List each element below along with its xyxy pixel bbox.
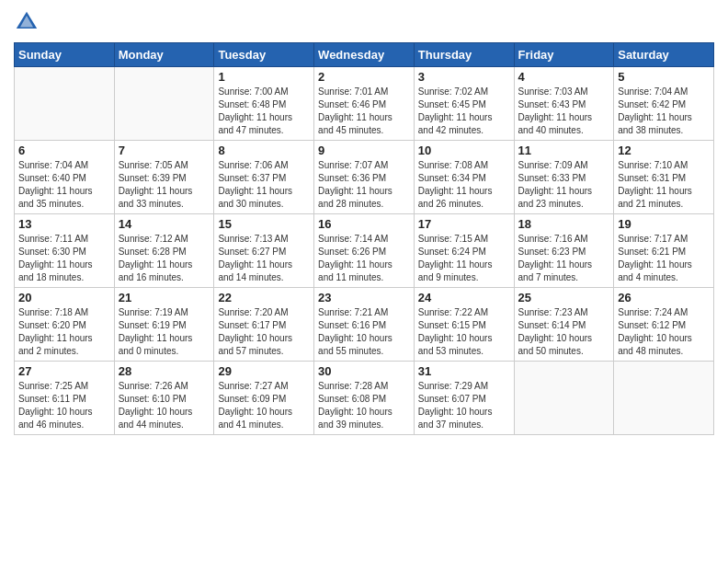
calendar-day-header: Thursday: [414, 43, 514, 67]
day-number: 31: [418, 364, 510, 378]
day-number: 12: [618, 144, 710, 157]
day-info: Sunrise: 7:21 AMSunset: 6:16 PMDaylight:…: [318, 307, 392, 356]
day-info: Sunrise: 7:13 AMSunset: 6:27 PMDaylight:…: [218, 234, 292, 282]
day-number: 16: [318, 217, 410, 231]
calendar-day-cell: 30 Sunrise: 7:28 AMSunset: 6:08 PMDaylig…: [314, 362, 415, 435]
day-info: Sunrise: 7:20 AMSunset: 6:17 PMDaylight:…: [218, 307, 292, 356]
day-info: Sunrise: 7:23 AMSunset: 6:14 PMDaylight:…: [518, 307, 593, 356]
calendar-day-cell: 9 Sunrise: 7:07 AMSunset: 6:36 PMDayligh…: [314, 141, 415, 214]
calendar-week-row: 20 Sunrise: 7:18 AMSunset: 6:20 PMDaylig…: [15, 288, 714, 362]
day-info: Sunrise: 7:28 AMSunset: 6:08 PMDaylight:…: [318, 381, 392, 430]
day-info: Sunrise: 7:17 AMSunset: 6:21 PMDaylight:…: [618, 234, 692, 282]
day-number: 19: [618, 217, 710, 231]
day-number: 8: [218, 144, 310, 157]
calendar-week-row: 13 Sunrise: 7:11 AMSunset: 6:30 PMDaylig…: [15, 214, 714, 288]
calendar-day-cell: [614, 362, 714, 435]
calendar-day-cell: 17 Sunrise: 7:15 AMSunset: 6:24 PMDaylig…: [414, 214, 514, 288]
calendar-day-header: Monday: [114, 43, 214, 67]
calendar-day-cell: 18 Sunrise: 7:16 AMSunset: 6:23 PMDaylig…: [514, 214, 614, 288]
calendar-day-cell: 28 Sunrise: 7:26 AMSunset: 6:10 PMDaylig…: [114, 362, 214, 435]
day-info: Sunrise: 7:09 AMSunset: 6:33 PMDaylight:…: [518, 160, 593, 209]
day-info: Sunrise: 7:02 AMSunset: 6:45 PMDaylight:…: [418, 86, 493, 135]
day-number: 1: [218, 70, 310, 84]
day-number: 11: [518, 144, 610, 157]
calendar-day-header: Tuesday: [214, 43, 314, 67]
day-number: 17: [418, 217, 510, 231]
day-number: 7: [119, 144, 210, 157]
day-number: 10: [418, 144, 510, 157]
day-number: 9: [318, 144, 410, 157]
day-number: 28: [119, 364, 210, 378]
day-info: Sunrise: 7:08 AMSunset: 6:34 PMDaylight:…: [418, 160, 493, 209]
calendar-day-cell: 26 Sunrise: 7:24 AMSunset: 6:12 PMDaylig…: [614, 288, 714, 362]
day-number: 3: [418, 70, 510, 84]
logo: [14, 9, 43, 35]
day-number: 18: [518, 217, 610, 231]
day-number: 13: [18, 217, 110, 231]
day-info: Sunrise: 7:00 AMSunset: 6:48 PMDaylight:…: [218, 86, 292, 135]
day-info: Sunrise: 7:06 AMSunset: 6:37 PMDaylight:…: [218, 160, 292, 209]
calendar-week-row: 1 Sunrise: 7:00 AMSunset: 6:48 PMDayligh…: [15, 67, 714, 141]
day-number: 24: [418, 291, 510, 304]
header: [14, 9, 714, 35]
day-info: Sunrise: 7:05 AMSunset: 6:39 PMDaylight:…: [119, 160, 193, 209]
calendar-day-cell: [514, 362, 614, 435]
calendar-day-cell: 15 Sunrise: 7:13 AMSunset: 6:27 PMDaylig…: [214, 214, 314, 288]
day-number: 6: [18, 144, 110, 157]
day-info: Sunrise: 7:03 AMSunset: 6:43 PMDaylight:…: [518, 86, 593, 135]
calendar-table: SundayMondayTuesdayWednesdayThursdayFrid…: [14, 42, 714, 435]
calendar-week-row: 27 Sunrise: 7:25 AMSunset: 6:11 PMDaylig…: [15, 362, 714, 435]
day-info: Sunrise: 7:29 AMSunset: 6:07 PMDaylight:…: [418, 381, 493, 430]
day-info: Sunrise: 7:10 AMSunset: 6:31 PMDaylight:…: [618, 160, 692, 209]
calendar-day-cell: 7 Sunrise: 7:05 AMSunset: 6:39 PMDayligh…: [114, 141, 214, 214]
day-info: Sunrise: 7:25 AMSunset: 6:11 PMDaylight:…: [18, 381, 93, 430]
calendar-day-cell: 16 Sunrise: 7:14 AMSunset: 6:26 PMDaylig…: [314, 214, 415, 288]
day-number: 29: [218, 364, 310, 378]
day-info: Sunrise: 7:04 AMSunset: 6:40 PMDaylight:…: [18, 160, 93, 209]
calendar-day-cell: 31 Sunrise: 7:29 AMSunset: 6:07 PMDaylig…: [414, 362, 514, 435]
calendar-day-cell: 14 Sunrise: 7:12 AMSunset: 6:28 PMDaylig…: [114, 214, 214, 288]
calendar-day-cell: [114, 67, 214, 141]
day-info: Sunrise: 7:04 AMSunset: 6:42 PMDaylight:…: [618, 86, 692, 135]
calendar-header-row: SundayMondayTuesdayWednesdayThursdayFrid…: [15, 43, 714, 67]
day-number: 5: [618, 70, 710, 84]
day-info: Sunrise: 7:07 AMSunset: 6:36 PMDaylight:…: [318, 160, 392, 209]
day-info: Sunrise: 7:01 AMSunset: 6:46 PMDaylight:…: [318, 86, 392, 135]
calendar-day-cell: 22 Sunrise: 7:20 AMSunset: 6:17 PMDaylig…: [214, 288, 314, 362]
calendar-day-cell: 25 Sunrise: 7:23 AMSunset: 6:14 PMDaylig…: [514, 288, 614, 362]
calendar-day-cell: 24 Sunrise: 7:22 AMSunset: 6:15 PMDaylig…: [414, 288, 514, 362]
calendar-day-cell: 27 Sunrise: 7:25 AMSunset: 6:11 PMDaylig…: [15, 362, 115, 435]
calendar-day-cell: 4 Sunrise: 7:03 AMSunset: 6:43 PMDayligh…: [514, 67, 614, 141]
day-info: Sunrise: 7:16 AMSunset: 6:23 PMDaylight:…: [518, 234, 593, 282]
calendar-day-cell: 21 Sunrise: 7:19 AMSunset: 6:19 PMDaylig…: [114, 288, 214, 362]
calendar-day-cell: 11 Sunrise: 7:09 AMSunset: 6:33 PMDaylig…: [514, 141, 614, 214]
calendar-day-cell: 10 Sunrise: 7:08 AMSunset: 6:34 PMDaylig…: [414, 141, 514, 214]
calendar-week-row: 6 Sunrise: 7:04 AMSunset: 6:40 PMDayligh…: [15, 141, 714, 214]
calendar-day-cell: 12 Sunrise: 7:10 AMSunset: 6:31 PMDaylig…: [614, 141, 714, 214]
day-number: 22: [218, 291, 310, 304]
day-info: Sunrise: 7:24 AMSunset: 6:12 PMDaylight:…: [618, 307, 692, 356]
day-number: 30: [318, 364, 410, 378]
calendar-day-header: Wednesday: [314, 43, 415, 67]
day-info: Sunrise: 7:26 AMSunset: 6:10 PMDaylight:…: [119, 381, 193, 430]
calendar-day-header: Sunday: [15, 43, 115, 67]
calendar-day-cell: 8 Sunrise: 7:06 AMSunset: 6:37 PMDayligh…: [214, 141, 314, 214]
day-info: Sunrise: 7:15 AMSunset: 6:24 PMDaylight:…: [418, 234, 493, 282]
calendar-day-cell: 29 Sunrise: 7:27 AMSunset: 6:09 PMDaylig…: [214, 362, 314, 435]
calendar-day-cell: 3 Sunrise: 7:02 AMSunset: 6:45 PMDayligh…: [414, 67, 514, 141]
day-info: Sunrise: 7:27 AMSunset: 6:09 PMDaylight:…: [218, 381, 292, 430]
calendar-day-cell: 6 Sunrise: 7:04 AMSunset: 6:40 PMDayligh…: [15, 141, 115, 214]
day-number: 15: [218, 217, 310, 231]
day-info: Sunrise: 7:22 AMSunset: 6:15 PMDaylight:…: [418, 307, 493, 356]
day-info: Sunrise: 7:14 AMSunset: 6:26 PMDaylight:…: [318, 234, 392, 282]
day-number: 20: [18, 291, 110, 304]
calendar-day-header: Saturday: [614, 43, 714, 67]
day-info: Sunrise: 7:12 AMSunset: 6:28 PMDaylight:…: [119, 234, 193, 282]
calendar-day-cell: 2 Sunrise: 7:01 AMSunset: 6:46 PMDayligh…: [314, 67, 415, 141]
calendar-day-cell: 23 Sunrise: 7:21 AMSunset: 6:16 PMDaylig…: [314, 288, 415, 362]
day-number: 26: [618, 291, 710, 304]
day-info: Sunrise: 7:18 AMSunset: 6:20 PMDaylight:…: [18, 307, 93, 356]
page: SundayMondayTuesdayWednesdayThursdayFrid…: [0, 0, 728, 563]
calendar-day-cell: 5 Sunrise: 7:04 AMSunset: 6:42 PMDayligh…: [614, 67, 714, 141]
day-number: 25: [518, 291, 610, 304]
